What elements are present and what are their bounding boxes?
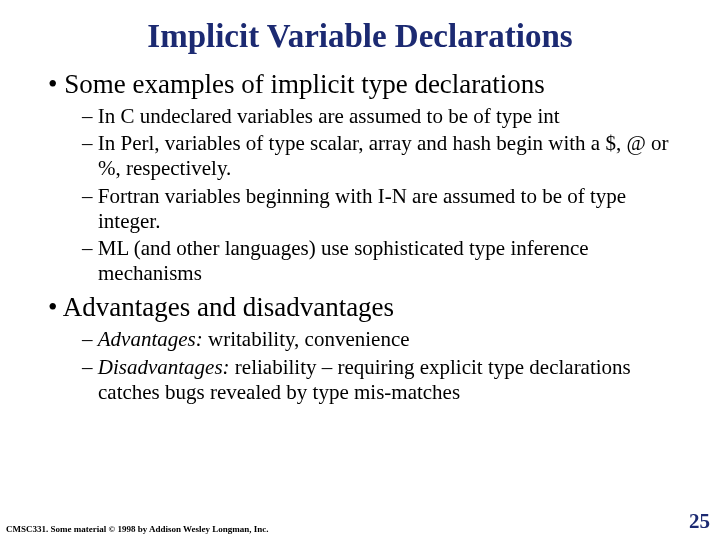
sublist-adv-disadv: Advantages: writability, convenience Dis…: [48, 327, 684, 405]
sub-fortran: Fortran variables beginning with I-N are…: [82, 184, 684, 234]
bullet-examples: Some examples of implicit type declarati…: [48, 69, 684, 100]
sub-disadvantages: Disadvantages: reliability – requiring e…: [82, 355, 684, 405]
sub-advantages: Advantages: writability, convenience: [82, 327, 684, 352]
slide: Implicit Variable Declarations Some exam…: [0, 0, 720, 540]
sub-perl: In Perl, variables of type scalar, array…: [82, 131, 684, 181]
bullet-adv-disadv: Advantages and disadvantages: [48, 292, 684, 323]
disadvantages-label: Disadvantages:: [98, 355, 230, 379]
slide-title: Implicit Variable Declarations: [0, 0, 720, 63]
sub-c: In C undeclared variables are assumed to…: [82, 104, 684, 129]
page-number: 25: [689, 509, 710, 534]
sublist-examples: In C undeclared variables are assumed to…: [48, 104, 684, 286]
slide-content: Some examples of implicit type declarati…: [0, 69, 720, 405]
advantages-text: writability, convenience: [203, 327, 410, 351]
advantages-label: Advantages:: [98, 327, 203, 351]
sub-ml: ML (and other languages) use sophisticat…: [82, 236, 684, 286]
footer-copyright: CMSC331. Some material © 1998 by Addison…: [6, 524, 269, 534]
